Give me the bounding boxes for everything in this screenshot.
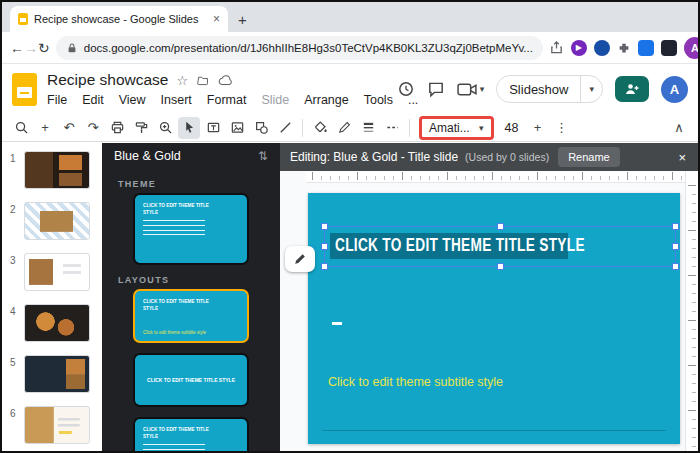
filmstrip-row: 5	[2, 355, 102, 393]
slide-thumbnail-1[interactable]	[24, 151, 90, 189]
chevron-down-icon: ▾	[479, 123, 484, 133]
selection-handle[interactable]	[321, 263, 328, 270]
account-avatar[interactable]: A	[661, 76, 688, 103]
browser-profile-avatar[interactable]: A	[684, 37, 700, 59]
selection-handle[interactable]	[321, 223, 328, 230]
slide-number: 1	[10, 151, 20, 164]
extension-play-icon[interactable]: ▶	[571, 40, 587, 56]
document-title[interactable]: Recipe showcase	[47, 71, 168, 89]
extension-dark-icon[interactable]	[661, 40, 677, 56]
slide-thumbnail-3[interactable]	[24, 253, 90, 291]
placeholder-bottom-edge	[322, 430, 666, 431]
theme-panel-header[interactable]: Blue & Gold ⇅	[102, 143, 280, 169]
search-menus-icon[interactable]	[10, 117, 32, 139]
print-icon[interactable]	[106, 117, 128, 139]
slide-thumbnail-2[interactable]	[24, 202, 90, 240]
menu-edit[interactable]: Edit	[82, 93, 104, 107]
version-history-icon[interactable]	[397, 80, 415, 98]
selection-handle[interactable]	[321, 243, 328, 250]
tab-close-icon[interactable]: ×	[213, 12, 220, 26]
menu-view[interactable]: View	[119, 93, 146, 107]
selection-handle[interactable]	[497, 263, 504, 270]
thumb-body-lines	[143, 444, 205, 451]
share-icon[interactable]	[549, 40, 564, 55]
extension-circle-icon[interactable]	[594, 40, 610, 56]
selection-handle[interactable]	[672, 223, 679, 230]
meet-button[interactable]: ▾	[457, 82, 485, 97]
filmstrip-row: 2	[2, 202, 102, 240]
theme-builder-button[interactable]	[285, 246, 315, 272]
filmstrip-row: 1	[2, 151, 102, 189]
border-weight-icon[interactable]	[357, 117, 379, 139]
back-icon[interactable]: ←	[10, 40, 24, 56]
layout-thumbnail-body[interactable]: Click to edit theme title style	[133, 417, 249, 451]
font-family-select[interactable]: Amati... ▾	[419, 116, 494, 140]
selection-handle[interactable]	[672, 263, 679, 270]
slideshow-button[interactable]: Slideshow	[497, 76, 580, 102]
move-folder-icon[interactable]	[196, 74, 210, 87]
cloud-status-icon[interactable]	[218, 75, 234, 86]
insert-line-icon[interactable]	[274, 117, 296, 139]
insert-image-icon[interactable]	[226, 117, 248, 139]
selection-handle[interactable]	[497, 223, 504, 230]
menu-file[interactable]: File	[47, 93, 67, 107]
new-slide-icon[interactable]: +	[34, 117, 56, 139]
title-placeholder[interactable]: CLICK TO EDIT THEME TITLE STYLE	[324, 226, 676, 267]
title-block: Recipe showcase ☆ File Edit View Insert …	[47, 71, 397, 107]
browser-tab[interactable]: Recipe showcase - Google Slides ×	[10, 6, 228, 32]
slides-logo-icon[interactable]	[12, 73, 37, 106]
insert-shape-icon[interactable]	[250, 117, 272, 139]
browser-action-icons: ▶ A ⋮	[549, 37, 700, 59]
theme-name: Blue & Gold	[114, 149, 181, 163]
extensions-puzzle-icon[interactable]	[617, 41, 631, 55]
selection-handle[interactable]	[672, 243, 679, 250]
share-button[interactable]	[615, 76, 649, 102]
slide-canvas[interactable]: CLICK TO EDIT THEME TITLE STYLE Click to…	[308, 193, 680, 444]
thumb-title-text: Click to edit theme title style	[143, 426, 217, 440]
border-color-icon[interactable]	[333, 117, 355, 139]
url-bar[interactable]: docs.google.com/presentation/d/1J6hhIIhE…	[56, 36, 543, 60]
rename-button[interactable]: Rename	[558, 147, 620, 167]
star-icon[interactable]: ☆	[176, 73, 188, 88]
layouts-section-label: LAYOUTS	[118, 275, 280, 285]
thumb-title-text: Click to edit theme title style	[143, 298, 217, 312]
forward-icon[interactable]: →	[24, 40, 38, 56]
sort-icon[interactable]: ⇅	[258, 149, 268, 163]
extension-blue-icon[interactable]	[638, 40, 654, 56]
theme-master-thumbnail[interactable]: Click to edit theme title style	[133, 193, 249, 265]
new-tab-button[interactable]: +	[238, 11, 247, 28]
slide-thumbnail-4[interactable]	[24, 304, 90, 342]
undo-icon[interactable]: ↶	[58, 117, 80, 139]
redo-icon[interactable]: ↷	[82, 117, 104, 139]
font-size-value[interactable]: 48	[499, 121, 525, 135]
toolbar-more-icon[interactable]: ⋮	[550, 117, 572, 139]
used-by-label: (Used by 0 slides)	[465, 151, 549, 163]
menu-slide[interactable]: Slide	[261, 93, 289, 107]
menu-tools[interactable]: Tools	[364, 93, 393, 107]
slide-title-text[interactable]: CLICK TO EDIT THEME TITLE STYLE	[335, 235, 585, 256]
menu-format[interactable]: Format	[207, 93, 247, 107]
filmstrip-row: 6	[2, 406, 102, 444]
thumb-body-lines	[143, 220, 205, 235]
select-tool-icon[interactable]	[178, 117, 200, 139]
fill-color-icon[interactable]	[309, 117, 331, 139]
slide-subtitle-text[interactable]: Click to edit theme subtitle style	[328, 375, 503, 389]
menu-insert[interactable]: Insert	[161, 93, 192, 107]
main-content: 1 2 3 4 5 6	[2, 143, 698, 451]
paint-format-icon[interactable]	[130, 117, 152, 139]
font-size-increase-icon[interactable]: +	[526, 117, 548, 139]
slide-thumbnail-5[interactable]	[24, 355, 90, 393]
text-box-icon[interactable]	[202, 117, 224, 139]
slideshow-options-button[interactable]: ▾	[580, 76, 602, 102]
layout-thumbnail-title-slide[interactable]: Click to edit theme title style Click to…	[133, 289, 249, 343]
border-dash-icon[interactable]	[381, 117, 403, 139]
comments-icon[interactable]	[427, 80, 445, 98]
menu-bar: File Edit View Insert Format Slide Arran…	[47, 93, 397, 107]
layout-thumbnail-section[interactable]: Click to edit theme title style	[133, 353, 249, 407]
menu-arrange[interactable]: Arrange	[304, 93, 348, 107]
close-icon[interactable]: ×	[676, 150, 688, 165]
slide-thumbnail-6[interactable]	[24, 406, 90, 444]
collapse-toolbar-icon[interactable]: ∧	[668, 117, 690, 139]
zoom-icon[interactable]	[154, 117, 176, 139]
reload-icon[interactable]: ↻	[38, 40, 50, 56]
